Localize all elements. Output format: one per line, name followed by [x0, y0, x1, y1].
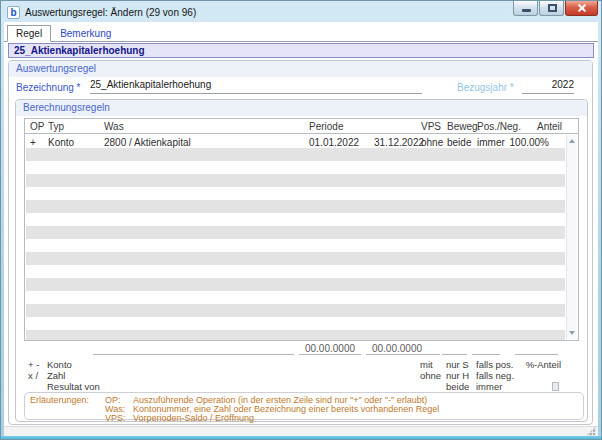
erlaeuterungen-box: Erläuterungen: OP: Auszuführende Operati…: [24, 392, 584, 420]
group-auswertungsregel-header: Auswertungsregel: [9, 61, 592, 77]
table-empty-row[interactable]: [26, 252, 565, 265]
table-empty-row[interactable]: [26, 239, 565, 252]
col-periode: Periode: [309, 120, 343, 133]
legend-typ: Konto Zahl Resultat von: [47, 359, 100, 392]
erlaeuterung-item: OP: Auszuführende Operation (in der erst…: [25, 395, 583, 404]
minimize-icon: [522, 9, 531, 12]
entry-vps-input[interactable]: [415, 343, 440, 355]
bezugsjahr-input[interactable]: 2022: [522, 79, 574, 94]
legend-pos-neg-line: falls pos.: [476, 359, 514, 370]
table-empty-row[interactable]: [26, 148, 565, 161]
col-typ: Typ: [48, 120, 64, 133]
legend-beweg-line: nur S: [446, 359, 469, 370]
legend-typ-line: Resultat von: [47, 381, 100, 392]
table-empty-row[interactable]: [26, 200, 565, 213]
legend-typ-line: Konto: [47, 359, 100, 370]
group-berechnungsregeln: Berechnungsregeln OP Typ Was Periode VPS…: [15, 99, 588, 422]
maximize-button[interactable]: [539, 1, 564, 16]
col-op: OP: [30, 120, 44, 133]
entry-was-input[interactable]: [93, 343, 294, 355]
table-empty-row[interactable]: [26, 187, 565, 200]
tab-regel[interactable]: Regel: [7, 25, 51, 42]
col-pos-neg: Pos./Neg.: [477, 120, 521, 133]
col-beweg: Beweg.: [447, 120, 480, 133]
legend: + - x / Konto Zahl Resultat von mit ohne…: [24, 359, 579, 392]
group-auswertungsregel-title: Auswertungsregel: [9, 61, 592, 77]
table-empty-row[interactable]: [26, 161, 565, 174]
col-anteil: Anteil: [537, 120, 562, 133]
legend-beweg-line: nur H: [446, 370, 469, 381]
table-empty-row[interactable]: [26, 213, 565, 226]
maximize-icon: [548, 4, 557, 12]
legend-op-line: x /: [28, 370, 39, 381]
legend-pos-neg-line: falls neg.: [476, 370, 514, 381]
scroll-up-icon[interactable]: [569, 139, 575, 143]
close-button[interactable]: [565, 1, 598, 16]
legend-pos-neg-line: immer: [476, 381, 514, 392]
legend-vps: mit ohne: [420, 359, 441, 381]
erlaeuterung-item: Was: Kontonummer, eine Zahl oder Bezeich…: [25, 404, 583, 413]
erlaeuterung-text: Vorperioden-Saldo / Eröffnung: [133, 413, 254, 423]
table-empty-row[interactable]: [26, 304, 565, 317]
erlaeuterung-item: VPS: Vorperioden-Saldo / Eröffnung: [25, 413, 583, 422]
table-empty-row[interactable]: [26, 265, 565, 278]
rule-title-strip: 25_Aktienkapitalerhoehung: [8, 43, 594, 58]
table-empty-row[interactable]: [26, 330, 565, 341]
scroll-down-icon[interactable]: [569, 331, 575, 335]
rules-table: OP Typ Was Periode VPS Beweg. Pos./Neg. …: [24, 118, 579, 341]
tab-bemerkung[interactable]: Bemerkung: [51, 25, 120, 42]
col-vps: VPS: [421, 120, 441, 133]
table-empty-row[interactable]: [26, 317, 565, 330]
entry-pos-neg-input[interactable]: [472, 343, 500, 355]
table-empty-row[interactable]: [26, 226, 565, 239]
legend-op: + - x /: [28, 359, 39, 381]
table-header-row: OP Typ Was Periode VPS Beweg. Pos./Neg. …: [25, 119, 578, 134]
anteil-spinner-icon: [552, 382, 559, 391]
table-empty-row[interactable]: [26, 174, 565, 187]
legend-vps-line: ohne: [420, 370, 441, 381]
entry-beweg-input[interactable]: [442, 343, 467, 355]
group-berechnungsregeln-title: Berechnungsregeln: [16, 100, 587, 116]
legend-pos-neg: falls pos. falls neg. immer: [476, 359, 514, 392]
bezeichnung-input[interactable]: 25_Aktienkapitalerhoehung: [90, 79, 422, 94]
group-auswertungsregel: Auswertungsregel Bezeichnung * 25_Aktien…: [8, 60, 593, 425]
legend-typ-line: Zahl: [47, 370, 100, 381]
legend-vps-line: mit: [420, 359, 441, 370]
titlebar[interactable]: b Auswertungsregel: Ändern (29 von 96): [5, 3, 597, 21]
bezugsjahr-label: Bezugsjahr *: [457, 82, 514, 93]
app-icon: b: [7, 6, 20, 19]
entry-anteil-input[interactable]: [515, 343, 558, 355]
bezeichnung-label: Bezeichnung *: [16, 82, 81, 93]
legend-beweg-line: beide: [446, 381, 469, 392]
minimize-button[interactable]: [513, 1, 538, 16]
window-title: Auswertungsregel: Ändern (29 von 96): [25, 7, 196, 18]
dialog-window: b Auswertungsregel: Ändern (29 von 96) R…: [0, 0, 602, 440]
resize-grip-icon[interactable]: [586, 426, 596, 436]
window-bottom-edge: [1, 436, 601, 439]
table-empty-row[interactable]: [26, 278, 565, 291]
erlaeuterung-term: VPS:: [105, 413, 126, 423]
table-empty-row[interactable]: [26, 291, 565, 304]
legend-op-line: + -: [28, 359, 39, 370]
col-was: Was: [104, 120, 124, 133]
legend-anteil-line: %-Anteil: [526, 359, 561, 370]
legend-anteil: %-Anteil: [526, 359, 561, 370]
window-controls: [513, 1, 598, 16]
entry-periode-von-input[interactable]: 00.00.0000: [299, 343, 361, 355]
dialog-content: Regel Bemerkung 25_Aktienkapitalerhoehun…: [4, 22, 598, 426]
tab-strip: Regel Bemerkung: [4, 24, 598, 42]
vertical-scrollbar[interactable]: [566, 135, 577, 339]
table-row[interactable]: + Konto 2800 / Aktienkapital 01.01.2022 …: [25, 135, 565, 148]
group-berechnungsregeln-header: Berechnungsregeln: [16, 100, 587, 116]
entry-row: 00.00.0000 00.00.0000: [24, 343, 579, 355]
legend-beweg: nur S nur H beide: [446, 359, 469, 392]
